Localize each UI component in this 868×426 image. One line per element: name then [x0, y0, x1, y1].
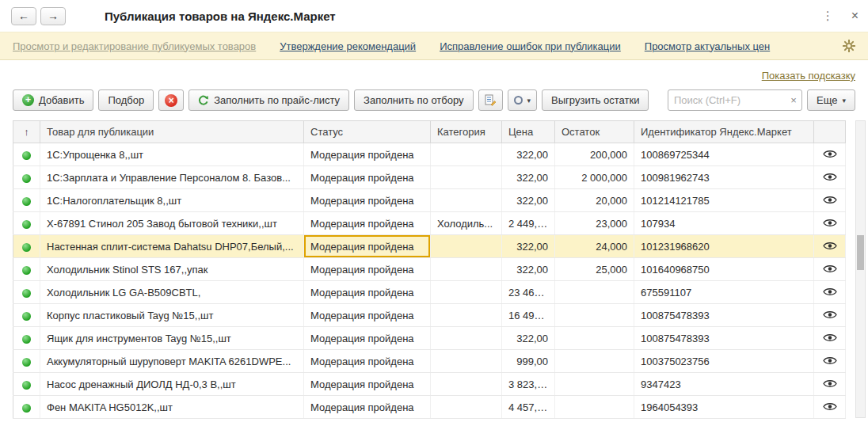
cell-status[interactable]: Модерация пройдена — [304, 258, 431, 281]
cell-category[interactable]: Холодиль... — [431, 212, 502, 235]
cell-id[interactable]: 9347423 — [634, 373, 814, 396]
cell-stock[interactable]: 24,000 — [555, 235, 634, 258]
add-button[interactable]: + Добавить — [13, 89, 93, 111]
link-fix-publication-errors[interactable]: Исправление ошибок при публикации — [440, 40, 621, 52]
eye-icon[interactable] — [823, 333, 837, 342]
cell-stock[interactable] — [555, 327, 634, 350]
cell-price[interactable]: 322,00 — [502, 166, 555, 189]
cell-status[interactable]: Модерация пройдена — [304, 350, 431, 373]
eye-icon[interactable] — [823, 196, 837, 204]
cell-product[interactable]: Насос дренажный ДИОЛД НД-0,3 В,,шт — [40, 373, 304, 396]
cell-price[interactable]: 322,00 — [502, 258, 555, 281]
table-row[interactable]: Фен MAKITA HG5012K,,штМодерация пройдена… — [13, 396, 846, 419]
cell-status[interactable]: Модерация пройдена — [304, 143, 431, 166]
cell-price[interactable]: 3 823,00 — [502, 373, 555, 396]
eye-icon[interactable] — [823, 402, 837, 411]
header-status[interactable]: Статус — [304, 121, 431, 143]
link-view-actual-prices[interactable]: Просмотр актуальных цен — [645, 40, 770, 52]
status-marker-dropdown[interactable]: ▾ — [508, 89, 538, 111]
table-row[interactable]: Насос дренажный ДИОЛД НД-0,3 В,,штМодера… — [13, 373, 846, 396]
table-row[interactable]: Настенная сплит-система Dahatsu DHP07,Бе… — [13, 235, 846, 258]
cell-product[interactable]: Корпус пластиковый Tayg №15,,шт — [40, 304, 304, 327]
cell-category[interactable] — [431, 189, 502, 212]
cell-stock[interactable] — [555, 350, 634, 373]
cell-id[interactable]: 675591107 — [634, 281, 814, 304]
settings-gear-icon[interactable] — [843, 40, 855, 52]
show-hint-link[interactable]: Показать подсказку — [762, 70, 855, 82]
pick-button[interactable]: Подбор — [98, 89, 154, 111]
cell-category[interactable] — [431, 304, 502, 327]
search-input[interactable] — [668, 94, 786, 106]
more-button[interactable]: Еще ▾ — [807, 89, 855, 111]
eye-icon[interactable] — [823, 150, 837, 158]
table-row[interactable]: 1С:Налогоплательщик 8,,штМодерация пройд… — [13, 189, 846, 212]
forward-button[interactable]: → — [40, 7, 66, 25]
window-close-icon[interactable]: × — [851, 9, 858, 23]
table-row[interactable]: Корпус пластиковый Tayg №15,,штМодерация… — [13, 304, 846, 327]
cell-status[interactable]: Модерация пройдена — [304, 189, 431, 212]
cell-price[interactable]: 322,00 — [502, 327, 555, 350]
cell-id[interactable]: 100981962743 — [634, 166, 814, 189]
cell-price[interactable]: 23 462,00 — [502, 281, 555, 304]
header-category[interactable]: Категория — [431, 121, 502, 143]
eye-icon[interactable] — [823, 219, 837, 227]
cell-price[interactable]: 322,00 — [502, 235, 555, 258]
eye-icon[interactable] — [823, 173, 837, 181]
header-product[interactable]: Товар для публикации — [40, 121, 304, 143]
cell-product[interactable]: 1С:Налогоплательщик 8,,шт — [40, 189, 304, 212]
fill-from-selection-button[interactable]: Заполнить по отбору — [354, 89, 473, 111]
cell-stock[interactable] — [555, 396, 634, 419]
edit-list-button[interactable] — [478, 89, 503, 111]
cell-stock[interactable] — [555, 373, 634, 396]
cell-product[interactable]: X-67891 Стинол 205 Завод бытовой техники… — [40, 212, 304, 235]
table-row[interactable]: Холодильник Stinol STS 167,,упакМодераци… — [13, 258, 846, 281]
cell-status[interactable]: Модерация пройдена — [304, 212, 431, 235]
cell-product[interactable]: Холодильник LG GA-B509CBTL, — [40, 281, 304, 304]
cell-product[interactable]: Настенная сплит-система Dahatsu DHP07,Бе… — [40, 235, 304, 258]
cell-price[interactable]: 4 457,00 — [502, 396, 555, 419]
cell-category[interactable] — [431, 235, 502, 258]
table-row[interactable]: X-67891 Стинол 205 Завод бытовой техники… — [13, 212, 846, 235]
cell-category[interactable] — [431, 350, 502, 373]
cell-category[interactable] — [431, 166, 502, 189]
back-button[interactable]: ← — [11, 7, 36, 25]
table-row[interactable]: Холодильник LG GA-B509CBTL,Модерация про… — [13, 281, 846, 304]
cell-price[interactable]: 2 449,00 — [502, 212, 555, 235]
header-id[interactable]: Идентификатор Яндекс.Маркет — [634, 121, 814, 143]
cell-status[interactable]: Модерация пройдена — [304, 304, 431, 327]
table-row[interactable]: Ящик для инструментов Tayg №15,,штМодера… — [13, 327, 846, 350]
cell-category[interactable] — [431, 143, 502, 166]
cell-id[interactable]: 100875478393 — [634, 327, 814, 350]
header-preview[interactable] — [814, 121, 846, 143]
cell-id[interactable]: 100869725344 — [634, 143, 814, 166]
cell-id[interactable]: 101214121785 — [634, 189, 814, 212]
cell-status[interactable]: Модерация пройдена — [304, 281, 431, 304]
cell-price[interactable]: 322,00 — [502, 143, 555, 166]
cell-status[interactable]: Модерация пройдена — [304, 373, 431, 396]
eye-icon[interactable] — [823, 287, 837, 296]
cancel-publication-button[interactable]: × — [158, 89, 184, 111]
window-more-icon[interactable]: ⋮ — [822, 9, 834, 23]
cell-status[interactable]: Модерация пройдена — [304, 396, 431, 419]
cell-id[interactable]: 107934 — [634, 212, 814, 235]
table-row[interactable]: Аккумуляторный шуруповерт MAKITA 6261DWP… — [13, 350, 846, 373]
cell-stock[interactable]: 23,000 — [555, 212, 634, 235]
cell-id[interactable]: 1964054393 — [634, 396, 814, 419]
link-approve-recommendations[interactable]: Утверждение рекомендаций — [280, 40, 416, 52]
eye-icon[interactable] — [823, 356, 837, 365]
cell-price[interactable]: 322,00 — [502, 189, 555, 212]
cell-product[interactable]: Ящик для инструментов Tayg №15,,шт — [40, 327, 304, 350]
cell-stock[interactable] — [555, 281, 634, 304]
eye-icon[interactable] — [823, 264, 837, 273]
cell-category[interactable] — [431, 281, 502, 304]
cell-id[interactable]: 101231968620 — [634, 235, 814, 258]
cell-status[interactable]: Модерация пройдена — [304, 235, 431, 258]
cell-stock[interactable] — [555, 304, 634, 327]
sort-indicator-header[interactable]: ↑ — [13, 121, 40, 143]
upload-stock-button[interactable]: Выгрузить остатки — [542, 89, 649, 111]
cell-stock[interactable]: 20,000 — [555, 189, 634, 212]
cell-status[interactable]: Модерация пройдена — [304, 327, 431, 350]
cell-id[interactable]: 101640968750 — [634, 258, 814, 281]
cell-product[interactable]: Холодильник Stinol STS 167,,упак — [40, 258, 304, 281]
scrollbar-thumb[interactable] — [857, 235, 864, 270]
